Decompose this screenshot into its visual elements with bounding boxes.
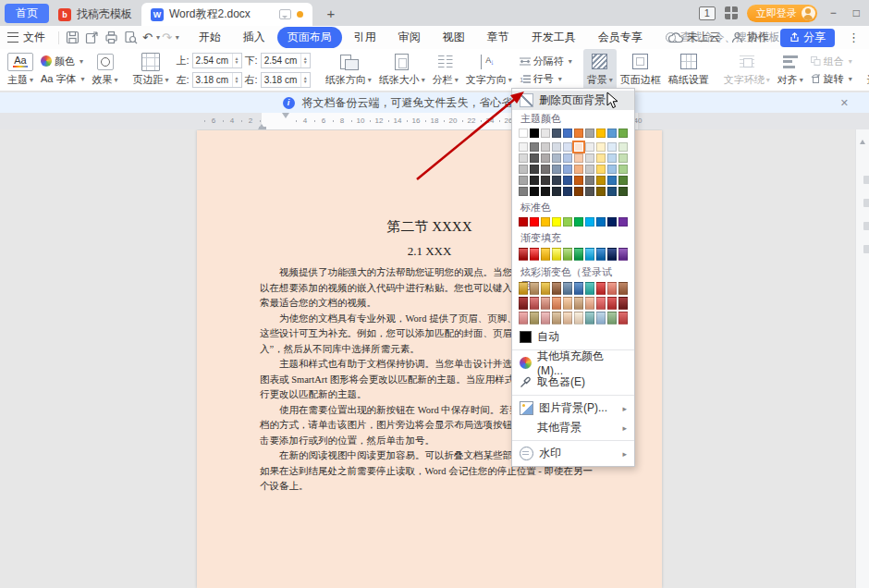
stepper-icon[interactable]: ▲▼ (232, 73, 241, 87)
color-swatch[interactable] (574, 187, 583, 196)
page-border-button[interactable]: 页面边框 (617, 49, 665, 91)
window-list-icon[interactable]: 1 (699, 6, 716, 20)
color-swatch[interactable] (585, 187, 594, 196)
menu-tab[interactable]: 插入 (233, 27, 275, 48)
color-swatch[interactable] (585, 176, 594, 185)
document-tab[interactable]: W Word教程2.docx (141, 3, 312, 26)
gradient-swatch[interactable] (563, 248, 572, 261)
color-swatch[interactable] (519, 153, 528, 163)
gradient-swatch[interactable] (541, 297, 550, 310)
remove-page-background-item[interactable]: 删除页面背景 (512, 91, 634, 110)
color-swatch[interactable] (618, 165, 628, 174)
file-menu[interactable]: 文件 (0, 30, 55, 45)
color-swatch[interactable] (607, 153, 617, 163)
color-swatch[interactable] (519, 187, 528, 196)
color-swatch[interactable] (585, 217, 594, 227)
scroll-up-icon[interactable] (860, 137, 865, 144)
color-swatch[interactable] (574, 142, 583, 152)
menu-tab[interactable]: 开始 (189, 27, 231, 48)
gradient-swatch[interactable] (519, 248, 528, 261)
color-swatch[interactable] (618, 217, 628, 227)
picture-background-item[interactable]: 图片背景(P)... ▸ (512, 398, 634, 418)
first-line-indent-marker[interactable] (282, 113, 289, 122)
gradient-swatch[interactable] (563, 312, 572, 325)
login-button[interactable]: 立即登录 (747, 5, 817, 22)
color-swatch[interactable] (530, 165, 539, 174)
color-swatch[interactable] (574, 176, 583, 185)
gradient-swatch[interactable] (530, 312, 539, 325)
color-swatch[interactable] (607, 217, 617, 227)
color-swatch[interactable] (519, 142, 528, 152)
gradient-swatch[interactable] (541, 282, 550, 295)
theme-fonts-button[interactable]: Aa 字体▾ (41, 72, 84, 86)
menu-tab[interactable]: 开发工具 (521, 27, 586, 48)
gradient-swatch[interactable] (541, 312, 550, 325)
color-swatch[interactable] (563, 153, 572, 163)
color-swatch[interactable] (618, 153, 628, 163)
color-swatch[interactable] (519, 176, 528, 185)
color-swatch[interactable] (563, 129, 572, 138)
stepper-icon[interactable]: ▲▼ (232, 54, 241, 67)
color-swatch[interactable] (574, 165, 583, 174)
gradient-swatch[interactable] (596, 282, 606, 295)
share-button[interactable]: 分享 (780, 29, 835, 47)
horizontal-ruler[interactable]: 64246810121416182022242628303234363840 (0, 113, 869, 129)
color-swatch[interactable] (541, 217, 550, 227)
undo-button[interactable]: ↶ (142, 31, 153, 44)
gradient-swatch[interactable] (541, 248, 550, 261)
gradient-swatch[interactable] (552, 282, 561, 295)
color-swatch[interactable] (552, 142, 561, 152)
gradient-swatch[interactable] (596, 248, 606, 261)
gradient-swatch[interactable] (530, 248, 539, 261)
gradient-swatch[interactable] (607, 282, 617, 295)
sidebar-tab-icon[interactable] (863, 245, 869, 253)
sidebar-tab-icon[interactable] (863, 176, 869, 184)
rotate-button[interactable]: 旋转▾ (811, 72, 852, 86)
document-area[interactable]: 第二节 XXXX 2.1 XXX 视频提供了功能强大的方法帮助您证明您的观点。当… (0, 129, 869, 588)
print-icon[interactable] (104, 31, 118, 44)
align-button[interactable]: 对齐▾ (774, 49, 807, 91)
theme-effects-button[interactable]: 效果▾ (89, 49, 122, 91)
color-swatch[interactable] (607, 165, 617, 174)
other-background-item[interactable]: 其他背景 ▸ (512, 418, 634, 437)
color-swatch[interactable] (574, 217, 583, 227)
print-preview-icon[interactable] (124, 31, 138, 44)
color-swatch[interactable] (585, 129, 594, 138)
group-button[interactable]: 组合▾ (811, 55, 852, 68)
color-swatch[interactable] (541, 165, 550, 174)
more-fill-colors-item[interactable]: 其他填充颜色(M)... (512, 353, 634, 373)
color-swatch[interactable] (596, 187, 606, 196)
color-swatch[interactable] (519, 165, 528, 174)
gradient-swatch[interactable] (519, 297, 528, 310)
gradient-swatch[interactable] (552, 312, 561, 325)
color-swatch[interactable] (541, 129, 550, 138)
gradient-swatch[interactable] (552, 248, 561, 261)
gradient-swatch[interactable] (607, 312, 617, 325)
background-button[interactable]: 背景▾ (583, 49, 617, 91)
color-swatch[interactable] (618, 129, 628, 138)
gradient-swatch[interactable] (607, 248, 617, 261)
color-swatch[interactable] (563, 176, 572, 185)
color-swatch[interactable] (519, 129, 528, 138)
gradient-swatch[interactable] (563, 297, 572, 310)
gradient-swatch[interactable] (574, 282, 583, 295)
color-swatch[interactable] (563, 142, 572, 152)
paper-size-button[interactable]: 纸张大小▾ (375, 49, 429, 91)
color-swatch[interactable] (530, 129, 539, 138)
menu-tab[interactable]: 审阅 (388, 27, 431, 48)
auto-color-item[interactable]: 自动 (512, 327, 634, 347)
color-swatch[interactable] (574, 153, 583, 163)
right-sidebar-strip[interactable] (855, 113, 869, 588)
breaks-button[interactable]: 分隔符▾ (520, 55, 572, 68)
left-indent-marker[interactable] (259, 127, 266, 129)
color-swatch[interactable] (552, 153, 561, 163)
color-swatch[interactable] (552, 176, 561, 185)
margin-bottom-field[interactable]: 下: 2.54 cm▲▼ (245, 53, 311, 68)
menu-tab[interactable]: 页面布局 (277, 27, 342, 48)
new-tab-button[interactable]: + (322, 6, 340, 21)
home-tab[interactable]: 首页 (5, 4, 49, 23)
watermark-item[interactable]: 水印 ▸ (512, 444, 634, 463)
redo-button[interactable]: ↷ (162, 31, 172, 44)
apps-grid-icon[interactable] (725, 6, 738, 19)
color-swatch[interactable] (585, 153, 594, 163)
